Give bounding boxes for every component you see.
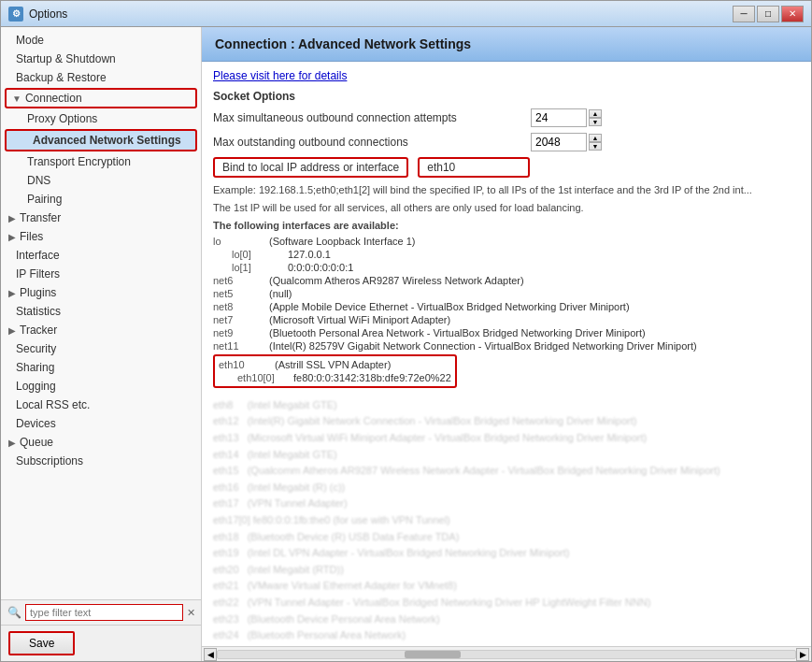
sidebar-item-mode[interactable]: Mode [1,31,201,50]
iface-net11-name: net11 [213,340,269,352]
sidebar-item-plugins[interactable]: ▶ Plugins [1,283,201,302]
iface-eth10-0-desc: fe80:0:0:3142:318b:dfe9:72e0%22 [293,372,451,383]
plugins-arrow: ▶ [8,288,16,298]
iface-net9-desc: (Bluetooth Personal Area Network - Virtu… [269,327,646,338]
bind-input[interactable] [418,157,530,178]
minimize-button[interactable]: ─ [733,6,755,22]
iface-net5: net5 (null) [213,287,800,300]
maximize-button[interactable]: □ [757,6,779,22]
sidebar-item-security[interactable]: Security [1,339,201,358]
iface-lo1-name: lo[1] [232,262,288,273]
sidebar-item-advanced[interactable]: Advanced Network Settings [5,129,197,151]
horizontal-scrollbar[interactable]: ◀ ▶ [202,646,811,661]
example-text: Example: 192.168.1.5;eth0;eth1[2] will b… [213,183,800,197]
queue-arrow: ▶ [8,438,16,448]
sidebar-item-devices[interactable]: Devices [1,414,201,433]
sidebar-item-startup[interactable]: Startup & Shutdown [1,50,201,68]
iface-eth10-desc: (Astrill SSL VPN Adapter) [275,359,391,370]
max-outstanding-input[interactable] [531,133,587,151]
titlebar-buttons: ─ □ ✕ [733,6,804,22]
eth10-highlighted-group: eth10 (Astrill SSL VPN Adapter) eth10[0]… [213,354,457,388]
save-bar: Save [1,625,201,661]
load-balance-text: The 1st IP will be used for all services… [213,201,800,215]
iface-net9-name: net9 [213,327,269,338]
iface-net5-name: net5 [213,288,269,299]
iface-lo0-name: lo[0] [232,249,288,260]
iface-net6-name: net6 [213,275,269,286]
hscroll-track[interactable] [217,650,796,659]
sidebar-scroll[interactable]: Mode Startup & Shutdown Backup & Restore… [1,27,201,599]
bind-row: Bind to local IP address or interface [213,157,800,178]
max-outbound-up[interactable]: ▲ [589,109,602,118]
hscroll-thumb[interactable] [405,651,461,658]
tracker-label: Tracker [20,324,57,337]
hscroll-right-button[interactable]: ▶ [796,648,809,661]
options-window: ⚙ Options ─ □ ✕ Mode Startup & Shutdown … [0,0,812,662]
save-button[interactable]: Save [8,631,75,655]
max-outstanding-up[interactable]: ▲ [589,134,602,142]
max-outbound-spinner: ▲ ▼ [589,109,602,126]
sidebar-item-tracker[interactable]: ▶ Tracker [1,321,201,339]
sidebar-item-transfer[interactable]: ▶ Transfer [1,209,201,227]
iface-lo-name: lo [213,236,269,247]
transfer-label: Transfer [20,211,61,224]
iface-net7-name: net7 [213,314,269,325]
iface-eth10: eth10 (Astrill SSL VPN Adapter) [219,358,451,371]
sidebar-item-ipfilters[interactable]: IP Filters [1,265,201,283]
files-label: Files [20,230,43,243]
right-panel: Connection : Advanced Network Settings P… [202,27,811,661]
plugins-label: Plugins [20,286,56,299]
queue-label: Queue [20,436,53,449]
iface-net8-name: net8 [213,301,269,312]
sidebar-item-statistics[interactable]: Statistics [1,302,201,321]
sidebar-item-backup[interactable]: Backup & Restore [1,68,201,87]
sidebar-item-localrss[interactable]: Local RSS etc. [1,396,201,414]
iface-eth10-0: eth10[0] fe80:0:0:3142:318b:dfe9:72e0%22 [219,371,451,384]
sidebar-item-dns[interactable]: DNS [1,171,201,190]
max-outstanding-input-group: ▲ ▼ [531,133,602,151]
max-outbound-down[interactable]: ▼ [589,118,602,126]
panel-body[interactable]: Please visit here for details Socket Opt… [202,62,811,646]
sidebar-item-files[interactable]: ▶ Files [1,227,201,246]
search-icon: 🔍 [7,605,21,620]
sidebar-item-transport[interactable]: Transport Encryption [1,152,201,171]
sidebar-item-logging[interactable]: Logging [1,377,201,396]
socket-options-label: Socket Options [213,90,800,103]
connection-label: Connection [25,92,82,105]
sidebar-item-sharing[interactable]: Sharing [1,358,201,377]
clear-filter-icon[interactable]: ✕ [187,607,195,619]
filter-input[interactable] [25,604,183,621]
close-button[interactable]: ✕ [781,6,804,22]
max-outstanding-down[interactable]: ▼ [589,142,602,151]
iface-lo: lo (Software Loopback Interface 1) [213,235,800,248]
sidebar-item-queue[interactable]: ▶ Queue [1,433,201,452]
panel-header: Connection : Advanced Network Settings [202,27,811,62]
sidebar-item-proxy[interactable]: Proxy Options [1,109,201,128]
iface-net7-desc: (Microsoft Virtual WiFi Miniport Adapter… [269,314,450,325]
max-outbound-input[interactable] [531,108,587,127]
hscroll-left-button[interactable]: ◀ [204,648,217,661]
sidebar: Mode Startup & Shutdown Backup & Restore… [1,27,202,661]
iface-net9: net9 (Bluetooth Personal Area Network - … [213,326,800,339]
iface-net8: net8 (Apple Mobile Device Ethernet - Vir… [213,300,800,313]
iface-eth10-name: eth10 [219,359,275,370]
max-outstanding-spinner: ▲ ▼ [589,134,602,151]
visit-link[interactable]: Please visit here for details [213,69,800,82]
iface-net11: net11 (Intel(R) 82579V Gigabit Network C… [213,339,800,353]
transfer-arrow: ▶ [8,213,16,223]
sidebar-item-pairing[interactable]: Pairing [1,190,201,209]
main-content: Mode Startup & Shutdown Backup & Restore… [1,27,811,661]
sidebar-item-subscriptions[interactable]: Subscriptions [1,452,201,470]
max-outstanding-label: Max outstanding outbound connections [213,136,531,149]
iface-eth10-0-name: eth10[0] [237,372,293,383]
max-outbound-label: Max simultaneous outbound connection att… [213,111,531,124]
iface-lo1-desc: 0:0:0:0:0:0:0:1 [288,262,353,273]
iface-net7: net7 (Microsoft Virtual WiFi Miniport Ad… [213,313,800,326]
sidebar-item-connection[interactable]: ▼ Connection [5,88,197,108]
sidebar-filter-area: 🔍 ✕ [1,599,201,625]
interfaces-title: The following interfaces are available: [213,220,800,231]
iface-net11-desc: (Intel(R) 82579V Gigabit Network Connect… [269,340,697,352]
iface-net6-desc: (Qualcomm Atheros AR9287 Wireless Networ… [269,275,524,286]
sidebar-item-interface[interactable]: Interface [1,246,201,265]
tracker-arrow: ▶ [8,325,16,336]
